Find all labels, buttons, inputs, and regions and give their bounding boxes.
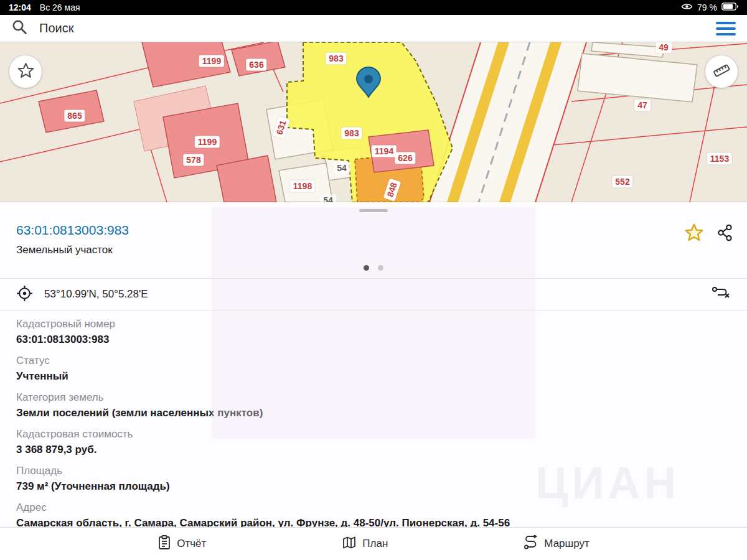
- field-land-category: Категория земель Земли поселений (земли …: [16, 391, 731, 420]
- parcel-label[interactable]: 54: [320, 195, 336, 203]
- field-cadastral-value: Кадастровая стоимость 3 368 879,3 руб.: [16, 428, 731, 457]
- parcel-label[interactable]: 54: [334, 162, 350, 174]
- map-icon: [342, 536, 357, 552]
- star-outline-icon: [17, 62, 34, 81]
- parcel-label[interactable]: 1198: [290, 180, 315, 192]
- share-button[interactable]: [717, 224, 733, 244]
- search-icon: [11, 19, 28, 38]
- battery-percentage: 79 %: [697, 2, 717, 12]
- field-status: Статус Учтенный: [16, 355, 731, 383]
- clock: 12:04: [9, 2, 31, 12]
- coordinates-row: 53°10.99'N, 50°5.28'E: [0, 279, 747, 310]
- map-canvas: [0, 42, 747, 202]
- status-date: Вс 26 мая: [40, 2, 80, 12]
- parcel-label[interactable]: 983: [326, 53, 346, 65]
- parcel-label[interactable]: 552: [612, 176, 632, 188]
- parcel-label[interactable]: 983: [341, 128, 362, 139]
- field-area: Площадь 739 м² (Уточненная площадь): [16, 465, 731, 493]
- page-dot-active: [364, 265, 369, 271]
- parcel-label[interactable]: 47: [634, 100, 651, 111]
- page-dot-inactive: [378, 265, 383, 271]
- favorites-map-button[interactable]: [9, 55, 42, 88]
- menu-button[interactable]: [716, 22, 736, 35]
- search-input[interactable]: [38, 21, 706, 36]
- page-indicator: [16, 265, 731, 271]
- favorite-star-button[interactable]: [685, 223, 703, 244]
- field-address: Адрес Самарская область, г. Самара, Сама…: [16, 502, 731, 527]
- parcel-label[interactable]: 578: [183, 154, 204, 166]
- gps-crosshair-icon: [16, 285, 33, 304]
- battery-icon: [721, 2, 738, 12]
- parcel-label[interactable]: 636: [246, 59, 266, 71]
- parcel-label[interactable]: 1194: [372, 146, 397, 157]
- object-type-label: Земельный участок: [16, 243, 731, 257]
- bottom-toolbar: Отчёт План Маршрут: [0, 527, 747, 560]
- parcel-info-sheet: ЦИАН 63:01:0813003:983 Земельный участок…: [0, 202, 747, 527]
- coordinates-value: 53°10.99'N, 50°5.28'E: [44, 288, 148, 301]
- parcel-label[interactable]: 1199: [195, 136, 220, 148]
- status-bar: 12:04 Вс 26 мая 79 %: [0, 0, 747, 15]
- search-bar: [0, 15, 747, 42]
- report-icon: [157, 535, 171, 553]
- parcel-label[interactable]: 1199: [199, 55, 224, 67]
- parcel-attributes: Кадастровый номер 63:01:0813003:983 Стат…: [0, 310, 747, 527]
- cadastral-map[interactable]: 1199 636 983 49 865 1199 578 631 983 119…: [0, 42, 747, 202]
- route-icon: [524, 535, 538, 553]
- plan-button[interactable]: План: [342, 536, 388, 552]
- measure-button[interactable]: [705, 55, 738, 88]
- report-button[interactable]: Отчёт: [157, 535, 206, 553]
- field-cadastral-number: Кадастровый номер 63:01:0813003:983: [16, 318, 731, 347]
- route-button[interactable]: Маршрут: [524, 535, 589, 553]
- ruler-icon: [712, 60, 731, 83]
- cadastral-number-link[interactable]: 63:01:0813003:983: [16, 222, 731, 238]
- clear-route-icon[interactable]: [711, 284, 731, 304]
- parcel-label[interactable]: 865: [64, 110, 85, 122]
- parcel-label[interactable]: 1153: [707, 153, 732, 165]
- parcel-label[interactable]: 626: [395, 152, 415, 164]
- eye-icon: [681, 2, 693, 12]
- parcel-label[interactable]: 49: [655, 42, 672, 54]
- sheet-header: 63:01:0813003:983 Земельный участок: [0, 202, 747, 271]
